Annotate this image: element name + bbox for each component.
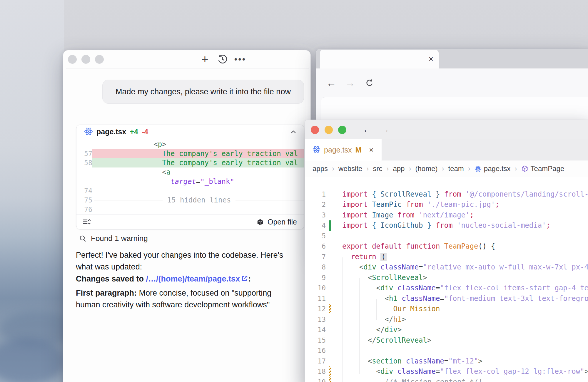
code-token: '@/components/landing/scroll- [465, 190, 588, 198]
git-added-indicator [329, 220, 331, 231]
line-number: 3 [305, 211, 326, 219]
diff-line-number: 57 [76, 150, 92, 158]
breadcrumb-item--home-[interactable]: (home) [415, 165, 437, 173]
chevron-up-icon[interactable] [289, 128, 298, 136]
breadcrumb-label: src [373, 165, 382, 173]
line-number: 7 [305, 253, 326, 261]
code-token [94, 177, 171, 186]
tab-file-name: page.tsx [324, 146, 352, 154]
diff-row: 58 The company's early traction val [76, 158, 304, 167]
gutter [326, 220, 331, 231]
gutter [326, 377, 331, 382]
response-line: Perfect! I've baked your changes into th… [76, 249, 299, 261]
minimize-button[interactable] [325, 126, 333, 134]
code-line: 12 Our Mission [305, 304, 588, 314]
assistant-response: Perfect! I've baked your changes into th… [76, 249, 299, 311]
code-text: <div className="flex flex-col items-star… [331, 284, 588, 292]
browser-forward-icon[interactable]: → [345, 78, 355, 88]
code-token: return [351, 253, 380, 261]
code-text: </ScrollReveal> [331, 336, 588, 344]
code-token: < [376, 284, 380, 292]
breadcrumb-separator: › [515, 165, 517, 173]
tool-call-found-warning[interactable]: Found 1 warning [79, 234, 148, 243]
line-number: 18 [305, 368, 326, 375]
breadcrumb-separator: › [442, 165, 444, 173]
code-token: from [397, 211, 419, 219]
tab-close-icon[interactable]: × [369, 145, 373, 155]
diff-row: 76 [76, 205, 304, 214]
user-message-bubble: Made my changes, please write it into th… [102, 80, 304, 104]
code-token: ; [546, 221, 550, 229]
close-button[interactable] [311, 126, 319, 134]
code-token: < [385, 294, 389, 303]
diff-card-header[interactable]: page.tsx +4 -4 [76, 125, 304, 139]
zoom-button[interactable] [95, 55, 104, 64]
code-token: a [166, 168, 171, 176]
code-token [342, 253, 351, 261]
breadcrumb-item-website[interactable]: website [338, 165, 362, 173]
found-warning-label: Found 1 warning [91, 234, 148, 243]
diff-code-area: <p>57 The company's early traction val58… [76, 139, 304, 214]
expand-lines-icon[interactable] [81, 217, 92, 228]
minimize-button[interactable] [81, 55, 90, 64]
diff-card-footer: Open file [76, 214, 304, 229]
history-icon[interactable] [217, 54, 228, 65]
code-token: div [385, 326, 397, 334]
file-path-link[interactable]: /…/(home)/team/page.tsx [146, 274, 240, 283]
new-chat-icon[interactable]: + [199, 54, 211, 65]
code-token [342, 315, 385, 324]
browser-reload-icon[interactable] [364, 77, 375, 88]
code-token: = [440, 294, 444, 303]
breadcrumb-label: (home) [415, 165, 437, 173]
code-token: p [158, 140, 162, 148]
code-token: TeamPage [444, 242, 478, 250]
diff-row: 74 [76, 186, 304, 195]
code-token: > [397, 326, 402, 334]
code-token: { ScrollReveal } [372, 190, 444, 198]
editor-back-icon[interactable]: ← [363, 124, 372, 135]
hidden-lines-divider[interactable]: 15 hidden lines [92, 196, 304, 204]
diff-context-line [92, 205, 304, 214]
code-token: < [376, 367, 380, 376]
code-token: from [436, 221, 457, 229]
close-button[interactable] [68, 55, 77, 64]
zoom-button[interactable] [338, 126, 346, 134]
more-options-icon[interactable]: ••• [235, 54, 246, 65]
breadcrumb-item-teampage[interactable]: TeamPage [521, 165, 564, 173]
open-file-button[interactable]: Open file [256, 218, 297, 226]
code-token: { IconGithub } [372, 221, 436, 229]
breadcrumb-item-app[interactable]: app [393, 165, 405, 173]
line-number: 10 [305, 284, 326, 292]
breadcrumb-item-src[interactable]: src [373, 165, 382, 173]
response-text: More concise, focused on "supporting [137, 289, 271, 297]
breadcrumb-item-apps[interactable]: apps [313, 165, 328, 173]
code-token: Image [372, 211, 397, 219]
divider-line [235, 200, 304, 200]
code-token: < [368, 274, 372, 282]
browser-back-icon[interactable]: ← [326, 78, 336, 88]
line-number: 17 [305, 357, 326, 365]
response-text: Perfect! I've baked your changes into th… [76, 251, 283, 259]
editor-tab-page-tsx[interactable]: page.tsx M × [305, 139, 382, 161]
code-token: ScrollReveal [372, 274, 423, 282]
code-token: className [397, 284, 436, 292]
code-text: import { ScrollReveal } from '@/componen… [331, 190, 588, 198]
user-message-text: Made my changes, please write it into th… [116, 87, 291, 96]
breadcrumb-item-team[interactable]: team [448, 165, 464, 173]
code-token: < [359, 263, 363, 271]
breadcrumb-label: page.tsx [484, 165, 511, 173]
code-token: "mt-12" [448, 357, 478, 365]
code-token: < [162, 168, 166, 176]
editor-forward-icon[interactable]: → [380, 124, 390, 135]
package-icon [256, 218, 264, 226]
code-token: className [397, 367, 436, 376]
line-number: 11 [305, 295, 326, 302]
line-number: 4 [305, 222, 326, 229]
browser-tab-close-icon[interactable]: × [429, 54, 433, 64]
breadcrumb-item-page-tsx[interactable]: page.tsx [475, 165, 511, 173]
code-text: import { IconGithub } from 'nucleo-socia… [331, 221, 588, 229]
code-text: return ( [331, 253, 588, 261]
code-token [342, 263, 359, 271]
line-number: 14 [305, 326, 326, 334]
browser-tab[interactable]: × [320, 50, 439, 68]
